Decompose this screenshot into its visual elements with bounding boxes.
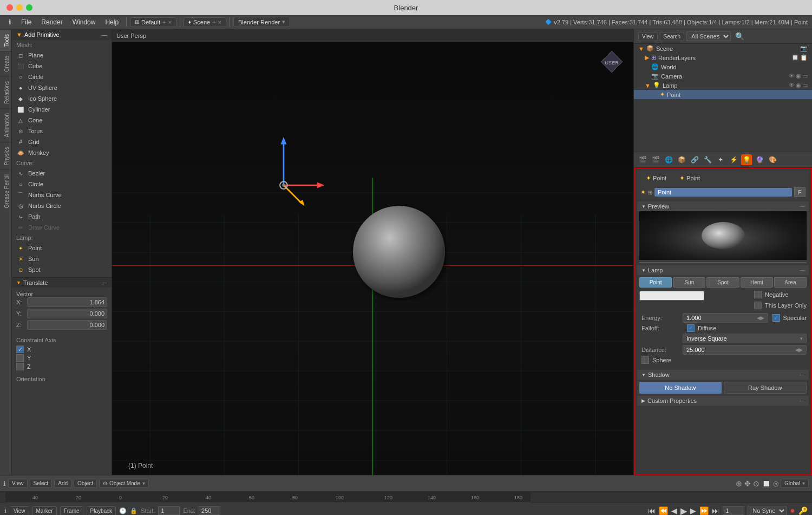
lamp-type-spot[interactable]: Spot	[706, 277, 739, 288]
tool-circle[interactable]: ○ Circle	[12, 71, 112, 82]
tool-draw-curve[interactable]: ✏ Draw Curve	[12, 222, 112, 233]
specular-cb[interactable]: ✓	[772, 314, 780, 322]
lock-icon[interactable]: 🔒	[130, 507, 137, 514]
particles-icon[interactable]: ✦	[715, 154, 726, 165]
engine-selector[interactable]: Blender Render ▾	[233, 17, 290, 27]
tab-grease-pencil[interactable]: Grease Pencil	[0, 170, 11, 213]
tool-point[interactable]: ✦ Point	[12, 243, 112, 253]
outliner-scene[interactable]: ▼ 📦 Scene 📷	[634, 44, 812, 53]
texture-icon[interactable]: 🎨	[767, 154, 778, 165]
tool-nurbs-curve[interactable]: ⌒ Nurbs Curve	[12, 190, 112, 200]
modifier-icon[interactable]: 🔧	[702, 154, 713, 165]
tool-torus[interactable]: ⊙ Torus	[12, 126, 112, 136]
search-icon[interactable]: 🔍	[735, 32, 744, 41]
menu-window[interactable]: Window	[68, 17, 100, 27]
lamp-data-icon[interactable]: 💡	[741, 154, 752, 165]
global-select[interactable]: Global ▾	[781, 479, 809, 488]
start-frame-input[interactable]	[158, 506, 180, 515]
tab-relations[interactable]: Relations	[0, 76, 11, 108]
pivot-icon[interactable]: ⊙	[753, 479, 759, 488]
tool-grid[interactable]: # Grid	[12, 136, 112, 147]
proportional-icon[interactable]: ◎	[773, 480, 778, 487]
object-icon[interactable]: 📦	[676, 154, 687, 165]
current-frame-input[interactable]	[723, 506, 744, 515]
lamp-type-area[interactable]: Area	[774, 277, 807, 288]
render-icon[interactable]: 🎬	[637, 154, 648, 165]
outliner-camera[interactable]: ▶ 📷 Camera 👁 ◉ ▭	[634, 71, 812, 81]
timeline-playback-btn[interactable]: Playback	[87, 506, 116, 516]
timeline-frame-btn[interactable]: Frame	[60, 506, 83, 516]
next-frame-btn[interactable]: ⏩	[699, 506, 709, 515]
next-keyframe-btn[interactable]: ▶	[690, 506, 696, 515]
scenes-select[interactable]: All Scenes	[686, 31, 731, 41]
global-origin-icon[interactable]: ⊕	[736, 479, 742, 488]
ray-shadow-btn[interactable]: Ray Shadow	[724, 382, 807, 394]
lamp-type-hemi[interactable]: Hemi	[741, 277, 773, 288]
x-input[interactable]	[27, 297, 107, 307]
physics-icon[interactable]: ⚡	[728, 154, 739, 165]
menu-render[interactable]: Render	[37, 17, 67, 27]
y-constraint-cb[interactable]	[16, 354, 24, 362]
jump-start-btn[interactable]: ⏮	[648, 506, 656, 515]
y-input[interactable]	[27, 309, 107, 318]
prev-frame-btn[interactable]: ⏪	[659, 506, 668, 515]
falloff-dropdown[interactable]: Inverse Square ▾	[683, 334, 807, 343]
material-icon[interactable]: 🔮	[754, 154, 765, 165]
transform-icon[interactable]: ✥	[744, 479, 751, 488]
custom-props-minimize[interactable]: —	[800, 398, 804, 403]
view-button-outliner[interactable]: View	[638, 32, 658, 41]
tool-sun[interactable]: ☀ Sun	[12, 253, 112, 264]
outliner-renderlayers[interactable]: ▶ ⊞ RenderLayers 🔲 📋	[634, 53, 812, 62]
tab-physics[interactable]: Physics	[0, 142, 11, 170]
tool-uvsphere[interactable]: ● UV Sphere	[12, 82, 112, 93]
lamp-type-sun[interactable]: Sun	[673, 277, 705, 288]
view-bottom-btn[interactable]: View	[8, 479, 28, 488]
workspace-selector[interactable]: ⊞ Default + ×	[130, 17, 176, 27]
close-button[interactable]	[6, 4, 13, 11]
timeline-marker-btn[interactable]: Marker	[32, 506, 57, 516]
lamp-section-header[interactable]: ▼ Lamp —	[637, 265, 809, 275]
shadow-section-header[interactable]: ▼ Shadow —	[637, 370, 809, 380]
preview-header[interactable]: ▼ Preview —	[637, 201, 809, 211]
tool-curve-circle[interactable]: ○ Circle	[12, 179, 112, 190]
tool-path[interactable]: ⤿ Path	[12, 211, 112, 222]
energy-input[interactable]: 1.000 ◀▶	[683, 313, 768, 323]
sync-select[interactable]: No Sync	[748, 506, 787, 515]
constraints-icon[interactable]: 🔗	[689, 154, 700, 165]
lamp-color-swatch[interactable]	[639, 291, 704, 301]
sphere-cb[interactable]	[641, 356, 649, 364]
object-btn[interactable]: Object	[74, 479, 97, 488]
lamp-tab-2[interactable]: ✦ Point	[675, 173, 704, 183]
scene-selector[interactable]: ♦ Scene + ×	[184, 17, 226, 27]
maximize-button[interactable]	[26, 4, 32, 11]
shadow-minimize[interactable]: —	[800, 372, 804, 377]
lamp-type-point[interactable]: Point	[639, 277, 672, 288]
snap-icon[interactable]: 🔲	[762, 479, 771, 488]
outliner-lamp[interactable]: ▼ 💡 Lamp 👁 ◉ ▭	[634, 81, 812, 90]
play-btn[interactable]: ▶	[680, 506, 687, 516]
data-name-input[interactable]: Point	[654, 188, 792, 197]
menu-info[interactable]: ℹ	[4, 17, 16, 27]
prev-keyframe-btn[interactable]: ◀	[671, 506, 677, 515]
tab-animation[interactable]: Animation	[0, 108, 11, 141]
record-btn[interactable]: ●	[790, 506, 795, 515]
menu-help[interactable]: Help	[101, 17, 123, 27]
outliner-world[interactable]: ▶ 🌐 World	[634, 62, 812, 71]
no-shadow-btn[interactable]: No Shadow	[639, 382, 722, 394]
timeline-view-btn[interactable]: View	[10, 506, 29, 516]
lamp-tab-1[interactable]: ✦ Point	[641, 173, 671, 183]
negative-cb[interactable]	[754, 291, 762, 298]
distance-input[interactable]: 25.000 ◀▶	[683, 345, 807, 355]
preview-minimize[interactable]: —	[800, 204, 804, 209]
z-constraint-cb[interactable]	[16, 363, 24, 370]
z-input[interactable]	[27, 320, 107, 330]
tool-monkey[interactable]: 🐵 Monkey	[12, 147, 112, 158]
x-constraint-cb[interactable]: ✓	[16, 345, 24, 353]
mode-select[interactable]: ⊙ Object Mode ▾	[99, 479, 149, 488]
custom-props-header[interactable]: ▶ Custom Properties —	[637, 396, 809, 406]
outliner-point[interactable]: ▶ ✦ Point	[634, 90, 812, 99]
select-btn[interactable]: Select	[30, 479, 53, 488]
f-button[interactable]: F	[794, 187, 806, 197]
diffuse-cb[interactable]: ✓	[687, 324, 695, 332]
jump-end-btn[interactable]: ⏭	[712, 506, 719, 515]
